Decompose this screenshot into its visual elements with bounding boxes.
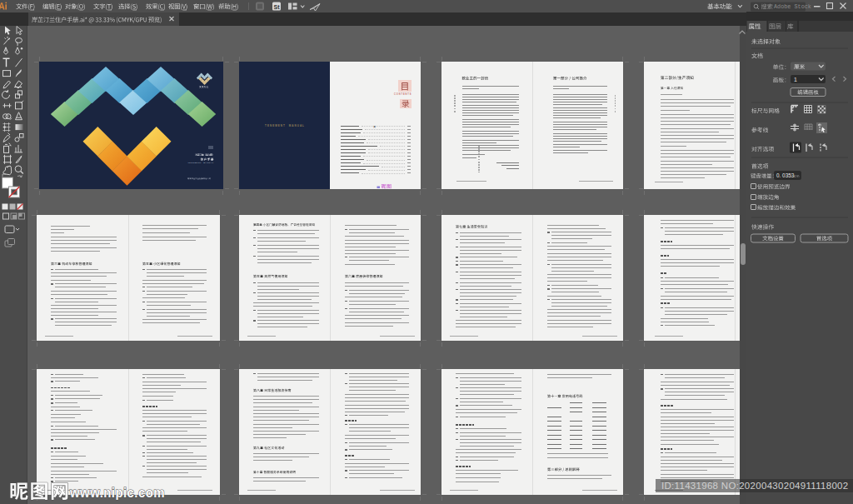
svg-text:0. 0353: 0. 0353 <box>776 172 795 178</box>
svg-text:www.nipic.com: www.nipic.com <box>69 485 165 501</box>
svg-text:1: 1 <box>794 77 797 82</box>
svg-text:Adobe Stock: Adobe Stock <box>774 3 811 10</box>
svg-text:St: St <box>274 4 281 10</box>
